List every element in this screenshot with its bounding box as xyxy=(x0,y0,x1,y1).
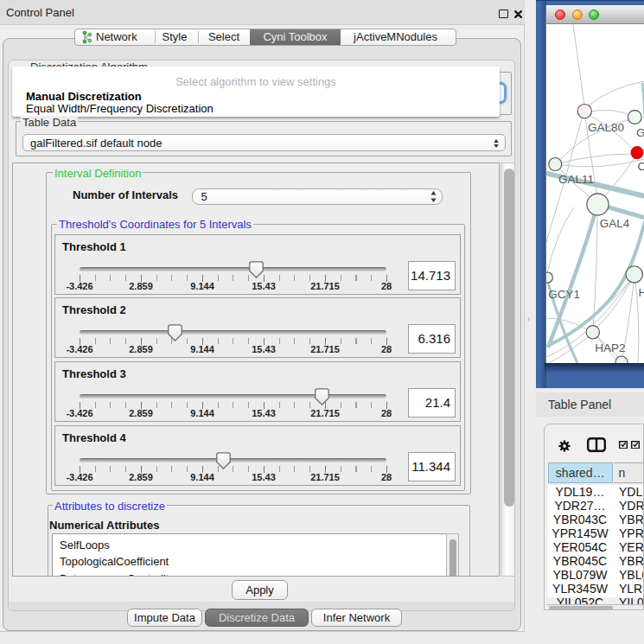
svg-text:CDC1: CDC1 xyxy=(638,160,644,173)
svg-text:GAL4: GAL4 xyxy=(600,217,630,230)
svg-text:HIS4: HIS4 xyxy=(639,286,644,299)
svg-text:GAL1: GAL1 xyxy=(636,126,644,139)
svg-text:GAL80: GAL80 xyxy=(588,121,624,134)
svg-text:GCY1: GCY1 xyxy=(548,288,580,301)
svg-text:GAL11: GAL11 xyxy=(558,173,594,186)
svg-text:HAP2: HAP2 xyxy=(595,341,625,354)
